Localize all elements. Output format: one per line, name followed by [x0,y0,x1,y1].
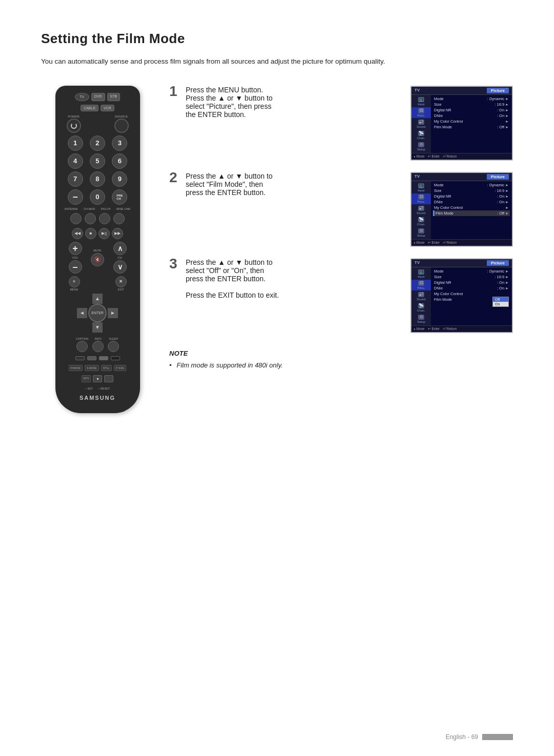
step-1-number: 1 [169,84,181,100]
dpad-left[interactable]: ◄ [77,308,87,318]
btn-0[interactable]: 0 [90,189,105,205]
menu-row-size-2: Size : 16:9 ► [433,188,510,193]
caption-button[interactable] [76,341,88,352]
favch-button[interactable] [99,213,110,224]
smode-button[interactable]: S.MODE [85,365,99,371]
dpad-down[interactable]: ▼ [92,322,103,333]
sidebar-input-3: 📺 Input [411,268,431,279]
dpad-right[interactable]: ► [108,308,118,318]
step-2-row: 2 Press the ▲ or ▼ button to select "Fil… [169,172,513,247]
tv-footer-2: ⬧ Move ↵ Enter ⏎ Return [411,239,512,246]
color-btn-4[interactable] [111,356,120,360]
mts-button[interactable]: MTS [82,375,91,382]
power-label: POWER [68,115,80,118]
rewind-button[interactable]: ◀◀ [72,228,83,239]
picture-icon-1: 🖼 [418,108,424,113]
picture-label-3: Picture [487,260,509,266]
btn-dash[interactable]: – [68,189,83,205]
picture-icon-2: 🖼 [418,195,424,200]
vol-down-button[interactable]: – [69,260,82,274]
input-icon-2: 📺 [418,183,424,188]
note-section: NOTE • Film mode is supported in 480i on… [169,350,513,371]
sidebar-input-1: 📺 Input [411,96,431,107]
exit-button[interactable]: ✕ [115,276,127,287]
info-button[interactable] [92,341,104,352]
btn-3[interactable]: 3 [112,135,127,151]
color-btn-2[interactable] [87,356,96,360]
sidebar-channel-2: 📡 Chan. [411,216,431,227]
exit-area: ✕ EXIT [115,276,127,291]
dvd-button[interactable]: DVD [91,93,105,101]
dpad-up[interactable]: ▲ [92,294,103,304]
menu-button[interactable]: ≡ [69,276,80,287]
rec-button[interactable]: ● [93,375,102,382]
tv-header-2: TV Picture [411,173,512,181]
power-source-row: POWER SOURCE [62,115,134,133]
tv-label-3: TV [414,260,420,266]
extra-button[interactable] [104,375,113,382]
cable-button[interactable]: CABLE [81,105,98,111]
psize-button[interactable]: P-SIZE [114,365,126,371]
menu-row-mycolor-3: My Color Control [433,291,510,297]
pmode-button[interactable]: P.MODE [69,365,83,371]
sleep-button[interactable] [108,341,119,352]
intro-text: You can automatically sense and process … [41,56,513,67]
ch-up-button[interactable]: ∧ [113,242,127,255]
color-btn-3[interactable] [99,356,108,360]
tv-screen-1: TV Picture 📺 Input 🖼 [410,86,513,161]
stb-button[interactable]: STB [107,93,121,101]
dpad: ▲ ◄ ENTER ► ▼ [77,294,118,333]
color-btn-1[interactable] [75,356,85,360]
menu-row-size-1: Size : 16:9 ► [433,102,510,107]
tv-screen-3: TV Picture 📺 Input 🖼 [410,258,513,333]
sidebar-picture-1: 🖼 Pictu. [411,107,431,118]
tv-label-2: TV [414,174,420,180]
btn-4[interactable]: 4 [68,153,83,169]
vol-up-button[interactable]: + [69,242,82,255]
sidebar-channel-3: 📡 Chan. [411,302,431,313]
ch-down-button[interactable]: ∨ [113,260,127,274]
setup-icon-3: ⚙ [418,315,424,320]
sound-icon-3: 🔊 [418,292,424,297]
wiselink-label: WISE LINK [116,207,131,210]
sidebar-picture-3: 🖼 Pictu. [411,280,431,290]
btn-8[interactable]: 8 [90,171,105,187]
power-icon [71,123,77,129]
btn-6[interactable]: 6 [112,153,127,169]
btn-7[interactable]: 7 [68,171,83,187]
footer-return-3: ⏎ Return [443,327,457,331]
wiselink-button[interactable] [113,213,125,224]
vol-ch-area: + VOL – MUTE 🔇 ∧ CH ∨ [62,242,134,274]
channel-icon-2: 📡 [418,217,424,222]
vol-controls: + VOL – [69,242,82,274]
antenna-button[interactable] [70,213,82,224]
menu-row-mode-2: Mode : Dynamic ► [433,182,510,188]
btn-1[interactable]: 1 [68,135,83,151]
reset-label: ○ RESET [98,387,110,390]
btn-2[interactable]: 2 [90,135,105,151]
menu-row-dnr-3: Digital NR : On ► [433,280,510,285]
step-3-line3: press the ENTER button. [186,275,402,283]
enter-button[interactable]: ENTER [88,304,107,322]
tv-header-3: TV Picture [411,259,512,267]
source-label: SOURCE [115,115,128,118]
chmgr-button[interactable] [85,213,96,224]
playpause-button[interactable]: ▶|| [98,228,110,239]
stop-button[interactable]: ■ [85,228,96,239]
btn-5[interactable]: 5 [90,153,105,169]
ch-controls: ∧ CH ∨ [113,242,127,274]
btn-9[interactable]: 9 [112,171,127,187]
source-button[interactable] [114,119,129,133]
power-button[interactable] [67,119,81,133]
mute-button[interactable]: 🔇 [91,253,104,266]
ff-button[interactable]: ▶▶ [112,228,123,239]
vcr-button[interactable]: VCR [101,105,114,111]
still-button[interactable]: STILL [101,365,112,371]
footer-enter-2: ↵ Enter [428,241,440,245]
menu-row-filmmode-3: Film Mode Off On [433,297,510,302]
step-3-line5: Press the EXIT button to exit. [186,291,402,299]
btn-prech[interactable]: PRECH [112,189,127,205]
tv-button[interactable]: TV [75,93,89,101]
sidebar-channel-1: 📡 Chan. [411,130,431,141]
setup-icon-1: ⚙ [418,142,424,147]
